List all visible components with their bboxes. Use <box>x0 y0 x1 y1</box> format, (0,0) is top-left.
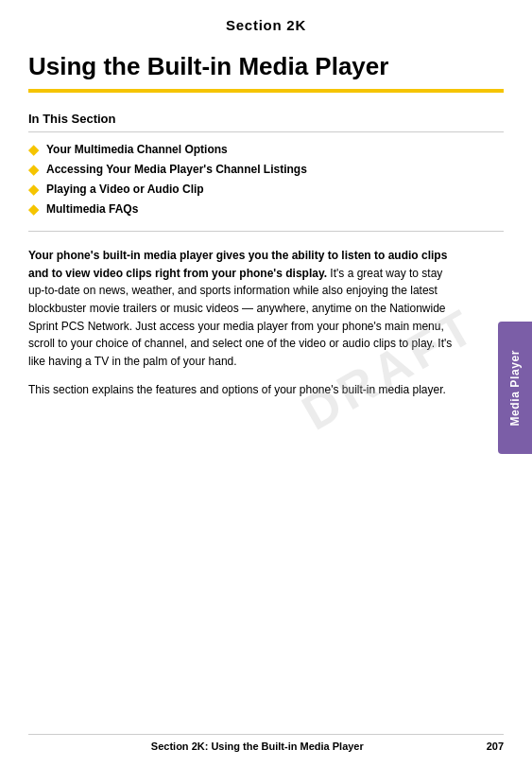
toc-item-label: Multimedia FAQs <box>46 202 138 216</box>
toc-item-label: Accessing Your Media Player's Channel Li… <box>46 163 307 176</box>
list-item: ◆ Your Multimedia Channel Options <box>28 140 504 160</box>
list-item: ◆ Accessing Your Media Player's Channel … <box>28 160 504 180</box>
footer-text: Section 2K: Using the Built-in Media Pla… <box>28 741 487 752</box>
body-paragraph-2: This section explains the features and o… <box>28 381 456 399</box>
section-divider <box>28 231 504 232</box>
side-tab: Media Player <box>498 322 532 454</box>
section-label: Section 2K <box>226 17 306 33</box>
toc-item-label: Playing a Video or Audio Clip <box>46 183 204 196</box>
list-item: ◆ Multimedia FAQs <box>28 200 504 219</box>
footer-page-number: 207 <box>487 741 504 752</box>
section-header: Section 2K <box>0 0 532 43</box>
list-item: ◆ Playing a Video or Audio Clip <box>28 180 504 200</box>
page-container: Section 2K Using the Built-in Media Play… <box>0 0 532 767</box>
normal-text: It's a great way to stay up-to-date on n… <box>28 267 452 368</box>
toc-list: ◆ Your Multimedia Channel Options ◆ Acce… <box>28 140 504 219</box>
title-underline <box>28 89 504 93</box>
bullet-icon: ◆ <box>28 201 39 217</box>
page-footer: Section 2K: Using the Built-in Media Pla… <box>28 734 504 752</box>
page-title: Using the Built-in Media Player <box>0 43 532 85</box>
body-paragraph-1: Your phone's built-in media player gives… <box>28 247 456 370</box>
in-this-section-heading: In This Section <box>28 112 504 132</box>
bullet-icon: ◆ <box>28 182 39 197</box>
in-this-section-block: In This Section ◆ Your Multimedia Channe… <box>28 112 504 219</box>
toc-item-label: Your Multimedia Channel Options <box>46 143 228 156</box>
side-tab-label: Media Player <box>508 350 522 427</box>
footer-inner: Section 2K: Using the Built-in Media Pla… <box>28 741 504 752</box>
body-content: Your phone's built-in media player gives… <box>28 247 504 399</box>
bullet-icon: ◆ <box>28 162 39 177</box>
bullet-icon: ◆ <box>28 142 39 157</box>
